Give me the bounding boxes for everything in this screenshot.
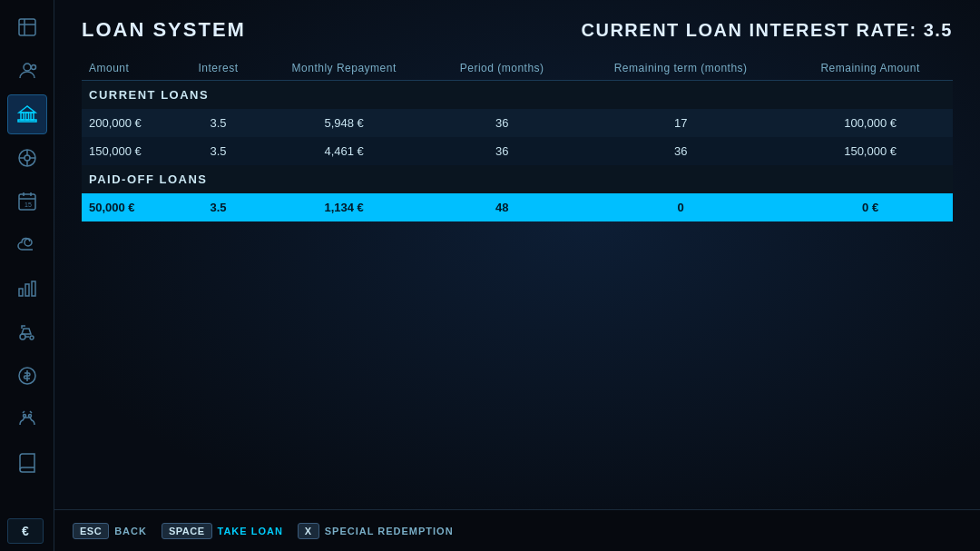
svg-point-10 bbox=[24, 239, 32, 246]
sidebar-item-tractor[interactable] bbox=[7, 312, 47, 352]
row3-monthly: 1,134 € bbox=[258, 193, 430, 221]
svg-text:15: 15 bbox=[24, 202, 32, 208]
row3-period: 48 bbox=[430, 193, 573, 221]
row1-monthly: 5,948 € bbox=[258, 109, 430, 137]
space-key-badge: SPACE bbox=[162, 523, 212, 539]
table-row: 50,000 € 3.5 1,134 € 48 0 0 € bbox=[82, 193, 953, 221]
sidebar-item-weather[interactable] bbox=[7, 225, 47, 265]
svg-rect-4 bbox=[25, 113, 28, 120]
svg-rect-0 bbox=[19, 19, 35, 35]
row1-remaining-amount: 100,000 € bbox=[788, 109, 953, 137]
row2-remaining-amount: 150,000 € bbox=[788, 137, 953, 165]
row1-amount: 200,000 € bbox=[82, 109, 179, 137]
header-row: LOAN SYSTEM CURRENT LOAN INTEREST RATE: … bbox=[82, 18, 953, 42]
sidebar-item-map[interactable] bbox=[7, 7, 47, 47]
sidebar-item-calendar[interactable]: 15 bbox=[7, 182, 47, 221]
col-monthly: Monthly Repayment bbox=[258, 56, 430, 81]
special-redemption-label: SPECIAL REDEMPTION bbox=[325, 526, 454, 536]
svg-rect-13 bbox=[32, 281, 35, 296]
row1-interest: 3.5 bbox=[179, 109, 258, 137]
back-label: BACK bbox=[114, 526, 147, 536]
row1-remaining-term: 17 bbox=[573, 109, 788, 137]
col-remaining-term: Remaining term (months) bbox=[573, 56, 788, 81]
section-current-loans: CURRENT LOANS bbox=[82, 81, 953, 110]
bottom-bar: ESC BACK SPACE TAKE LOAN X SPECIAL REDEM… bbox=[54, 509, 980, 551]
sidebar-item-finance[interactable] bbox=[7, 356, 47, 396]
page-title: LOAN SYSTEM bbox=[82, 18, 246, 42]
col-remaining-amount: Remaining Amount bbox=[788, 56, 953, 81]
row1-period: 36 bbox=[430, 109, 573, 137]
special-redemption-button[interactable]: X SPECIAL REDEMPTION bbox=[298, 523, 454, 539]
interest-rate-label: CURRENT LOAN INTEREST RATE: 3.5 bbox=[582, 20, 953, 41]
row2-monthly: 4,461 € bbox=[258, 137, 430, 165]
section-paid-off-loans: PAID-OFF LOANS bbox=[82, 165, 953, 193]
svg-rect-11 bbox=[19, 289, 23, 296]
esc-key-badge: ESC bbox=[73, 523, 109, 539]
table-header-row: Amount Interest Monthly Repayment Period… bbox=[82, 56, 953, 81]
svg-point-17 bbox=[23, 415, 25, 418]
sidebar-item-stats[interactable] bbox=[7, 269, 47, 309]
take-loan-button[interactable]: SPACE TAKE LOAN bbox=[162, 523, 283, 539]
row2-interest: 3.5 bbox=[179, 137, 258, 165]
take-loan-label: TAKE LOAN bbox=[218, 526, 283, 536]
row3-interest: 3.5 bbox=[179, 193, 258, 221]
sidebar-item-bank[interactable] bbox=[7, 94, 47, 134]
svg-rect-12 bbox=[25, 284, 29, 296]
col-amount: Amount bbox=[82, 56, 179, 81]
sidebar-item-community[interactable] bbox=[7, 51, 47, 91]
sidebar-item-animals[interactable] bbox=[7, 399, 47, 439]
section-current-loans-label: CURRENT LOANS bbox=[82, 81, 953, 110]
col-period: Period (months) bbox=[430, 56, 573, 81]
row2-amount: 150,000 € bbox=[82, 137, 179, 165]
main-content: LOAN SYSTEM CURRENT LOAN INTEREST RATE: … bbox=[54, 0, 980, 551]
svg-rect-3 bbox=[21, 113, 24, 120]
euro-badge: € bbox=[7, 518, 44, 544]
row3-remaining-amount: 0 € bbox=[788, 193, 953, 221]
svg-point-2 bbox=[31, 65, 35, 70]
svg-point-7 bbox=[24, 155, 30, 161]
table-row: 200,000 € 3.5 5,948 € 36 17 100,000 € bbox=[82, 109, 953, 137]
svg-point-1 bbox=[24, 64, 31, 71]
section-paid-off-loans-label: PAID-OFF LOANS bbox=[82, 165, 953, 193]
svg-rect-5 bbox=[31, 113, 34, 120]
sidebar-item-guide[interactable] bbox=[7, 443, 47, 483]
svg-point-14 bbox=[20, 334, 25, 339]
row3-remaining-term: 0 bbox=[573, 193, 788, 221]
row2-remaining-term: 36 bbox=[573, 137, 788, 165]
svg-point-18 bbox=[28, 415, 31, 418]
sidebar-item-vehicles[interactable] bbox=[7, 138, 47, 178]
table-row: 150,000 € 3.5 4,461 € 36 36 150,000 € bbox=[82, 137, 953, 165]
loan-table: Amount Interest Monthly Repayment Period… bbox=[82, 56, 953, 221]
esc-back-button[interactable]: ESC BACK bbox=[73, 523, 147, 539]
sidebar: 15 bbox=[0, 0, 54, 551]
row3-amount: 50,000 € bbox=[82, 193, 179, 221]
row2-period: 36 bbox=[430, 137, 573, 165]
svg-point-15 bbox=[30, 336, 34, 339]
col-interest: Interest bbox=[179, 56, 258, 81]
x-key-badge: X bbox=[298, 523, 319, 539]
